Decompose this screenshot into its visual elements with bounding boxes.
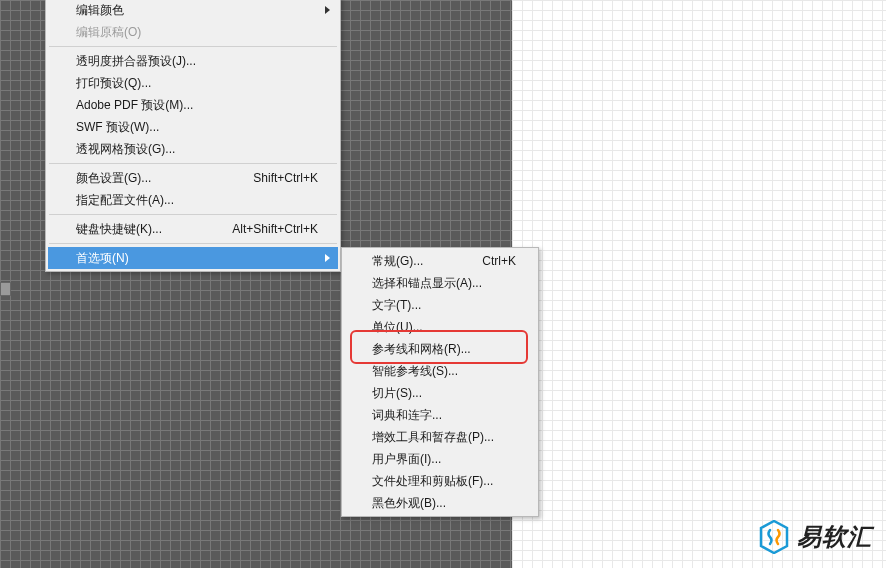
menu-item-slices[interactable]: 切片(S)... <box>344 382 536 404</box>
chevron-right-icon <box>325 6 330 14</box>
menu-item-perspective-grid-presets[interactable]: 透视网格预设(G)... <box>48 138 338 160</box>
svg-marker-0 <box>761 521 787 553</box>
menu-item-preferences[interactable]: 首选项(N) <box>48 247 338 269</box>
menu-separator <box>49 243 337 244</box>
menu-item-file-handling[interactable]: 文件处理和剪贴板(F)... <box>344 470 536 492</box>
preferences-submenu: 常规(G)... Ctrl+K 选择和锚点显示(A)... 文字(T)... 单… <box>341 247 539 517</box>
watermark: 易软汇 <box>759 520 872 554</box>
menu-shortcut: Shift+Ctrl+K <box>253 171 318 185</box>
menu-item-type[interactable]: 文字(T)... <box>344 294 536 316</box>
menu-label: 透视网格预设(G)... <box>76 141 318 158</box>
menu-label: 词典和连字... <box>372 407 516 424</box>
menu-item-units[interactable]: 单位(U)... <box>344 316 536 338</box>
menu-shortcut: Ctrl+K <box>482 254 516 268</box>
menu-label: 透明度拼合器预设(J)... <box>76 53 318 70</box>
menu-item-print-presets[interactable]: 打印预设(Q)... <box>48 72 338 94</box>
menu-label: 智能参考线(S)... <box>372 363 516 380</box>
menu-separator <box>49 46 337 47</box>
menu-item-adobe-pdf-presets[interactable]: Adobe PDF 预设(M)... <box>48 94 338 116</box>
watermark-logo-icon <box>759 520 789 554</box>
watermark-text: 易软汇 <box>797 521 872 553</box>
menu-label: 首选项(N) <box>76 250 318 267</box>
menu-item-plugins-scratch[interactable]: 增效工具和暂存盘(P)... <box>344 426 536 448</box>
menu-item-swf-presets[interactable]: SWF 预设(W)... <box>48 116 338 138</box>
menu-item-general[interactable]: 常规(G)... Ctrl+K <box>344 250 536 272</box>
menu-item-edit-original: 编辑原稿(O) <box>48 21 338 43</box>
ruler-origin-marker[interactable] <box>0 282 11 296</box>
menu-shortcut: Alt+Shift+Ctrl+K <box>232 222 318 236</box>
menu-label: 指定配置文件(A)... <box>76 192 318 209</box>
menu-label: 编辑原稿(O) <box>76 24 318 41</box>
menu-label: 选择和锚点显示(A)... <box>372 275 516 292</box>
menu-label: 参考线和网格(R)... <box>372 341 516 358</box>
menu-label: 打印预设(Q)... <box>76 75 318 92</box>
menu-label: Adobe PDF 预设(M)... <box>76 97 318 114</box>
menu-item-selection-anchor[interactable]: 选择和锚点显示(A)... <box>344 272 536 294</box>
menu-item-color-settings[interactable]: 颜色设置(G)... Shift+Ctrl+K <box>48 167 338 189</box>
chevron-right-icon <box>325 254 330 262</box>
menu-label: 增效工具和暂存盘(P)... <box>372 429 516 446</box>
menu-item-guides-grid[interactable]: 参考线和网格(R)... <box>344 338 536 360</box>
menu-label: 键盘快捷键(K)... <box>76 221 232 238</box>
menu-label: 编辑颜色 <box>76 2 318 19</box>
menu-label: 单位(U)... <box>372 319 516 336</box>
menu-item-edit-colors[interactable]: 编辑颜色 <box>48 0 338 21</box>
menu-label: 文字(T)... <box>372 297 516 314</box>
menu-label: 用户界面(I)... <box>372 451 516 468</box>
menu-separator <box>49 163 337 164</box>
menu-label: 常规(G)... <box>372 253 482 270</box>
menu-label: SWF 预设(W)... <box>76 119 318 136</box>
menu-item-dictionary-hyphenation[interactable]: 词典和连字... <box>344 404 536 426</box>
menu-label: 颜色设置(G)... <box>76 170 253 187</box>
edit-menu: 编辑颜色 编辑原稿(O) 透明度拼合器预设(J)... 打印预设(Q)... A… <box>45 0 341 272</box>
artboard-light-grid <box>512 0 886 568</box>
menu-separator <box>49 214 337 215</box>
menu-item-smart-guides[interactable]: 智能参考线(S)... <box>344 360 536 382</box>
menu-label: 切片(S)... <box>372 385 516 402</box>
menu-item-assign-profile[interactable]: 指定配置文件(A)... <box>48 189 338 211</box>
menu-item-user-interface[interactable]: 用户界面(I)... <box>344 448 536 470</box>
menu-label: 文件处理和剪贴板(F)... <box>372 473 516 490</box>
menu-item-black-appearance[interactable]: 黑色外观(B)... <box>344 492 536 514</box>
menu-label: 黑色外观(B)... <box>372 495 516 512</box>
menu-item-keyboard-shortcuts[interactable]: 键盘快捷键(K)... Alt+Shift+Ctrl+K <box>48 218 338 240</box>
menu-item-transparency-flattener[interactable]: 透明度拼合器预设(J)... <box>48 50 338 72</box>
